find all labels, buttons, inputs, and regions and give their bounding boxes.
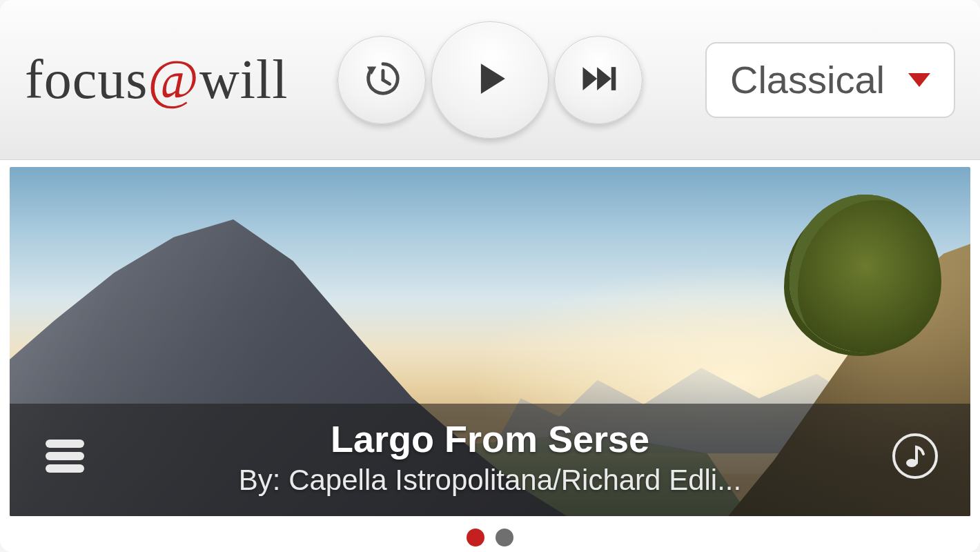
history-clock-icon	[360, 57, 403, 103]
brand-at: @	[148, 49, 199, 110]
now-playing-artwork: Largo From Serse By: Capella Istropolita…	[10, 167, 970, 516]
brand-post: will	[199, 49, 288, 110]
artwork-area: Largo From Serse By: Capella Istropolita…	[0, 160, 980, 552]
timer-button[interactable]	[337, 36, 426, 124]
genre-selected-label: Classical	[730, 57, 885, 102]
playlist-menu-button[interactable]	[37, 430, 92, 485]
track-byline: By: Capella Istropolitana/Richard Edli..…	[106, 464, 874, 497]
play-button[interactable]	[431, 21, 549, 139]
genre-dropdown[interactable]: Classical	[705, 42, 955, 118]
brand-pre: focus	[25, 49, 148, 110]
track-info-overlay: Largo From Serse By: Capella Istropolita…	[10, 404, 970, 516]
brand-logo: focus@will	[25, 48, 288, 111]
page-indicator	[0, 529, 980, 546]
svg-marker-3	[481, 63, 505, 94]
skip-button[interactable]	[554, 36, 643, 124]
app-window: focus@will	[0, 0, 980, 552]
svg-marker-5	[597, 67, 611, 90]
caret-down-icon	[908, 73, 930, 87]
pager-dot-2[interactable]	[496, 529, 513, 546]
track-info: Largo From Serse By: Capella Istropolita…	[92, 419, 888, 497]
skip-next-icon	[578, 58, 619, 102]
play-icon	[466, 55, 514, 106]
svg-rect-9	[46, 464, 84, 473]
hamburger-icon	[43, 437, 87, 478]
svg-rect-7	[46, 440, 84, 448]
svg-rect-8	[46, 452, 84, 460]
playback-controls	[337, 21, 643, 139]
music-note-icon	[891, 432, 939, 483]
track-title: Largo From Serse	[106, 419, 874, 460]
svg-rect-6	[611, 67, 616, 90]
svg-marker-4	[583, 67, 598, 90]
pager-dot-1[interactable]	[467, 529, 484, 546]
track-details-button[interactable]	[888, 430, 943, 485]
svg-line-2	[383, 79, 390, 83]
top-bar: focus@will	[0, 0, 980, 160]
